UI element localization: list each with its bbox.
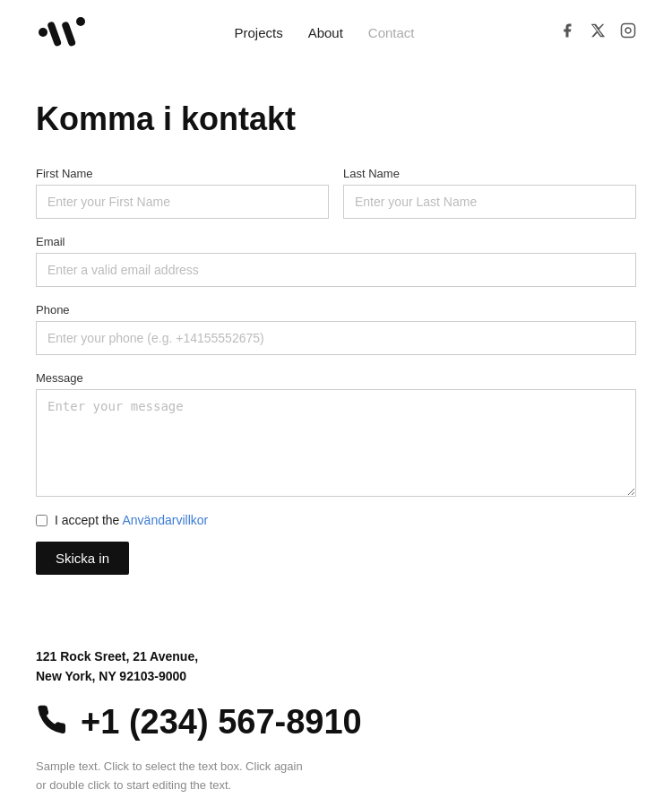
email-group: Email <box>36 235 636 287</box>
main-content: Komma i kontakt First Name Last Name Ema… <box>0 65 672 611</box>
phone-label: Phone <box>36 303 636 317</box>
name-row: First Name Last Name <box>36 167 636 219</box>
sample-text: Sample text. Click to select the text bo… <box>36 758 305 795</box>
phone-number: +1 (234) 567-8910 <box>81 703 362 742</box>
terms-label: I accept the Användarvillkor <box>55 513 208 527</box>
svg-point-0 <box>39 28 47 37</box>
nav-links: Projects About Contact <box>234 25 414 40</box>
email-label: Email <box>36 235 636 248</box>
phone-row-form: Phone <box>36 303 636 355</box>
svg-rect-4 <box>622 24 635 38</box>
nav-social-icons <box>559 22 636 42</box>
address-section: 121 Rock Sreet, 21 Avenue, New York, NY … <box>0 611 672 807</box>
address-line1: 121 Rock Sreet, 21 Avenue, <box>36 646 636 666</box>
address-line2: New York, NY 92103-9000 <box>36 666 636 686</box>
nav-projects[interactable]: Projects <box>234 25 282 40</box>
logo[interactable] <box>36 13 90 52</box>
first-name-label: First Name <box>36 167 329 180</box>
navbar: Projects About Contact <box>0 0 672 65</box>
nav-contact[interactable]: Contact <box>368 25 415 40</box>
last-name-label: Last Name <box>343 167 636 180</box>
facebook-icon[interactable] <box>559 22 575 42</box>
message-row: Message <box>36 371 636 497</box>
email-input[interactable] <box>36 253 636 287</box>
phone-icon <box>36 704 68 740</box>
svg-rect-1 <box>47 21 62 47</box>
phone-group: Phone <box>36 303 636 355</box>
address-block: 121 Rock Sreet, 21 Avenue, New York, NY … <box>36 646 636 687</box>
submit-button[interactable]: Skicka in <box>36 542 129 575</box>
terms-link[interactable]: Användarvillkor <box>123 513 209 527</box>
email-row: Email <box>36 235 636 287</box>
phone-input[interactable] <box>36 321 636 355</box>
terms-row: I accept the Användarvillkor <box>36 513 636 527</box>
message-label: Message <box>36 371 636 385</box>
phone-row: +1 (234) 567-8910 <box>36 703 636 742</box>
page-title: Komma i kontakt <box>36 100 636 138</box>
last-name-input[interactable] <box>343 185 636 219</box>
svg-point-3 <box>76 17 85 26</box>
first-name-input[interactable] <box>36 185 329 219</box>
terms-checkbox[interactable] <box>36 515 47 526</box>
svg-rect-2 <box>61 21 76 47</box>
first-name-group: First Name <box>36 167 329 219</box>
contact-form: First Name Last Name Email Phone Message <box>36 167 636 575</box>
message-input[interactable] <box>36 389 636 497</box>
nav-about[interactable]: About <box>308 25 343 40</box>
instagram-icon[interactable] <box>620 22 636 42</box>
last-name-group: Last Name <box>343 167 636 219</box>
x-icon[interactable] <box>590 22 606 42</box>
message-group: Message <box>36 371 636 497</box>
